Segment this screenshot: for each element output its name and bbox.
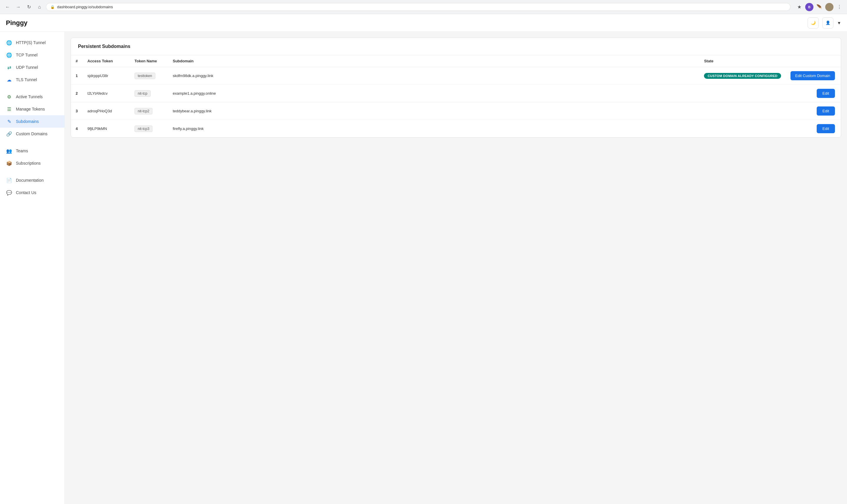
sidebar-label-documentation: Documentation — [16, 178, 44, 183]
row-subdomain: teddybear.a.pinggy.link — [168, 102, 699, 120]
contact-icon: 💬 — [6, 190, 12, 196]
shuffle-icon: ⇄ — [6, 64, 12, 71]
forward-button[interactable]: → — [14, 3, 22, 11]
tokens-icon: ☰ — [6, 106, 12, 112]
sidebar-item-udp-tunnel[interactable]: ⇄ UDP Tunnel — [0, 61, 65, 73]
row-num: 3 — [71, 102, 83, 120]
table-row: 1 sjdrpppU38r testtoken skdfm98dk.a.ping… — [71, 67, 841, 85]
subdomains-icon: ✎ — [6, 118, 12, 125]
sidebar-item-active-tunnels[interactable]: ⚙ Active Tunnels — [0, 91, 65, 103]
table-row: 2 l2LYtAfedcv nit-tcp example1.a.pinggy.… — [71, 85, 841, 102]
token-badge: nit-tcp3 — [135, 126, 153, 132]
sidebar-label-contact-us: Contact Us — [16, 190, 36, 195]
main-content: 🌐 HTTP(S) Tunnel 🌐 TCP Tunnel ⇄ UDP Tunn… — [0, 32, 847, 504]
globe-icon-tcp: 🌐 — [6, 52, 12, 58]
teams-icon: 👥 — [6, 148, 12, 154]
profile-avatar-1[interactable]: B — [805, 3, 813, 11]
edit-custom-domain-button[interactable]: Edit Custom Domain — [791, 71, 835, 80]
sidebar-item-teams[interactable]: 👥 Teams — [0, 145, 65, 157]
edit-button[interactable]: Edit — [817, 106, 835, 115]
browser-chrome: ← → ↻ ⌂ 🔒 dashboard.pinggy.io/subdomains… — [0, 0, 847, 14]
row-subdomain: example1.a.pinggy.online — [168, 85, 699, 102]
cloud-icon: ☁ — [6, 76, 12, 83]
header-chevron: ▼ — [837, 21, 841, 25]
sidebar-label-teams: Teams — [16, 148, 28, 153]
menu-button[interactable]: ⋮ — [835, 3, 844, 11]
address-bar[interactable]: 🔒 dashboard.pinggy.io/subdomains — [46, 3, 791, 11]
col-header-access-token: Access Token — [83, 55, 130, 67]
row-subdomain: firefly.a.pinggy.link — [168, 120, 699, 138]
docs-icon: 📄 — [6, 177, 12, 183]
header-right: 🌙 👤 ▼ — [808, 17, 841, 29]
home-button[interactable]: ⌂ — [35, 3, 44, 11]
active-tunnels-icon: ⚙ — [6, 93, 12, 100]
page-content: Persistent Subdomains # Access Token Tok… — [65, 32, 847, 504]
sidebar-item-contact-us[interactable]: 💬 Contact Us — [0, 186, 65, 199]
sidebar-label-subscriptions: Subscriptions — [16, 161, 40, 165]
row-access-token: 9fjlLP9kMN — [83, 120, 130, 138]
app-header: Pinggy 🌙 👤 ▼ — [0, 14, 847, 32]
col-header-action — [786, 55, 841, 67]
sidebar-item-https-tunnel[interactable]: 🌐 HTTP(S) Tunnel — [0, 36, 65, 49]
edit-button[interactable]: Edit — [817, 89, 835, 98]
sidebar-divider-1 — [0, 86, 65, 91]
profile-avatar-2[interactable] — [825, 3, 833, 11]
account-button[interactable]: 👤 — [822, 17, 833, 29]
theme-toggle-button[interactable]: 🌙 — [808, 17, 819, 29]
sidebar-item-subscriptions[interactable]: 📦 Subscriptions — [0, 157, 65, 169]
row-access-token: l2LYtAfedcv — [83, 85, 130, 102]
edit-button[interactable]: Edit — [817, 124, 835, 133]
sidebar-label-active-tunnels: Active Tunnels — [16, 94, 43, 99]
row-subdomain: skdfm98dk.a.pinggy.link — [168, 67, 699, 85]
back-button[interactable]: ← — [3, 3, 12, 11]
row-state — [699, 120, 785, 138]
reload-button[interactable]: ↻ — [25, 3, 33, 11]
row-num: 1 — [71, 67, 83, 85]
subscriptions-icon: 📦 — [6, 160, 12, 166]
app-container: Pinggy 🌙 👤 ▼ 🌐 HTTP(S) Tunnel 🌐 TCP Tunn… — [0, 14, 847, 504]
sidebar-item-manage-tokens[interactable]: ☰ Manage Tokens — [0, 103, 65, 115]
sidebar-label-custom-domains: Custom Domains — [16, 131, 47, 136]
bookmark-button[interactable]: ★ — [795, 3, 803, 11]
row-num: 4 — [71, 120, 83, 138]
row-action: Edit — [786, 85, 841, 102]
row-action: Edit Custom Domain — [786, 67, 841, 85]
row-action: Edit — [786, 120, 841, 138]
row-num: 2 — [71, 85, 83, 102]
table-row: 4 9fjlLP9kMN nit-tcp3 firefly.a.pinggy.l… — [71, 120, 841, 138]
sidebar-item-documentation[interactable]: 📄 Documentation — [0, 174, 65, 186]
sidebar: 🌐 HTTP(S) Tunnel 🌐 TCP Tunnel ⇄ UDP Tunn… — [0, 32, 65, 504]
sidebar-label-subdomains: Subdomains — [16, 119, 39, 124]
page-title: Persistent Subdomains — [71, 38, 841, 55]
row-state: CUSTOM DOMAIN ALREADY CONFIGURED — [699, 67, 785, 85]
browser-right-controls: ★ B 🪶 ⋮ — [795, 3, 844, 11]
globe-icon: 🌐 — [6, 39, 12, 46]
token-badge: nit-tcp2 — [135, 108, 153, 114]
sidebar-item-subdomains[interactable]: ✎ Subdomains — [0, 115, 65, 128]
sidebar-label-udp-tunnel: UDP Tunnel — [16, 65, 38, 70]
app-logo: Pinggy — [6, 19, 28, 27]
col-header-num: # — [71, 55, 83, 67]
row-token-name: testtoken — [130, 67, 168, 85]
sidebar-label-https-tunnel: HTTP(S) Tunnel — [16, 40, 46, 45]
row-token-name: nit-tcp2 — [130, 102, 168, 120]
url-text: dashboard.pinggy.io/subdomains — [57, 5, 113, 9]
sidebar-label-manage-tokens: Manage Tokens — [16, 107, 45, 111]
token-badge: nit-tcp — [135, 90, 151, 97]
col-header-token-name: Token Name — [130, 55, 168, 67]
row-access-token: sjdrpppU38r — [83, 67, 130, 85]
col-header-subdomain: Subdomain — [168, 55, 699, 67]
sidebar-label-tls-tunnel: TLS Tunnel — [16, 77, 37, 82]
status-badge: CUSTOM DOMAIN ALREADY CONFIGURED — [704, 73, 781, 79]
content-card: Persistent Subdomains # Access Token Tok… — [71, 38, 841, 138]
sidebar-item-tls-tunnel[interactable]: ☁ TLS Tunnel — [0, 73, 65, 86]
subdomains-table: # Access Token Token Name Subdomain Stat… — [71, 55, 841, 137]
theme-icon: 🌙 — [811, 21, 816, 25]
account-icon: 👤 — [826, 21, 831, 25]
sidebar-item-custom-domains[interactable]: 🔗 Custom Domains — [0, 128, 65, 140]
row-token-name: nit-tcp3 — [130, 120, 168, 138]
row-token-name: nit-tcp — [130, 85, 168, 102]
extensions-button[interactable]: 🪶 — [815, 3, 824, 11]
sidebar-item-tcp-tunnel[interactable]: 🌐 TCP Tunnel — [0, 49, 65, 61]
row-action: Edit — [786, 102, 841, 120]
